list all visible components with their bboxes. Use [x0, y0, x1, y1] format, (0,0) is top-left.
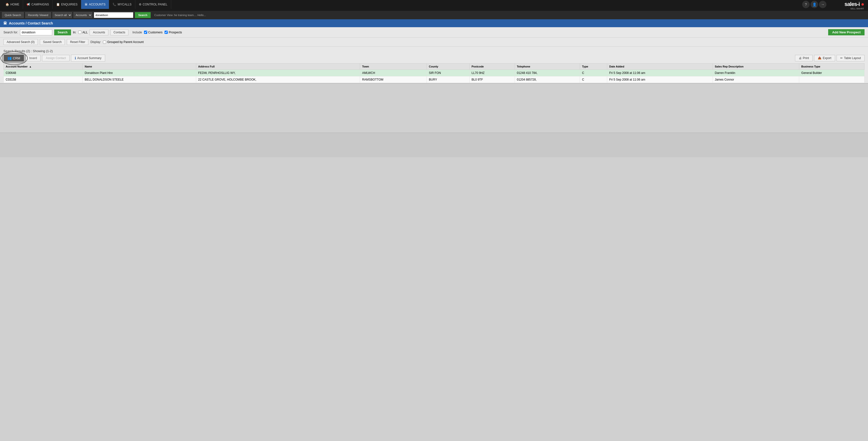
search-for-input[interactable] — [20, 29, 52, 35]
recently-viewed-button[interactable]: Recently Viewed — [25, 12, 51, 18]
right-action-buttons: 🖨 Print 📤 Export ✏ Table Layout — [795, 55, 865, 61]
table-layout-button[interactable]: ✏ Table Layout — [837, 55, 865, 61]
results-area: Search Results (2) : Showing (1-2) 👥 CRM… — [0, 47, 868, 83]
col-sales-rep[interactable]: Sales Rep Description — [713, 64, 799, 70]
col-type[interactable]: Type — [580, 64, 607, 70]
contacts-filter-button[interactable]: Contacts — [111, 29, 128, 35]
nav-mycalls[interactable]: 📞 MYCALLS — [109, 0, 135, 9]
home-icon: 🏠 — [5, 3, 9, 6]
col-account-number[interactable]: Account Number ▲ — [4, 64, 83, 70]
results-table: Account Number ▲ Name Address Full Town … — [3, 63, 865, 83]
accounts-filter-button[interactable]: Accounts — [90, 29, 108, 35]
col-address[interactable]: Address Full — [196, 64, 360, 70]
grouped-checkbox-label[interactable]: Grouped by Parent Account — [103, 40, 144, 44]
table-layout-icon: ✏ — [840, 56, 843, 60]
logo: sales-i ● SELL SMART — [829, 0, 868, 11]
sort-arrow-account-number: ▲ — [29, 65, 32, 68]
nav-accounts[interactable]: 🏛 ACCOUNTS — [81, 0, 109, 9]
info-icon: ℹ — [75, 56, 76, 60]
export-icon: 📤 — [818, 56, 822, 60]
col-county[interactable]: County — [427, 64, 469, 70]
quick-search-input[interactable] — [94, 12, 133, 18]
search-scope-select[interactable]: Search all — [53, 12, 72, 18]
campaigns-icon: 📢 — [27, 3, 30, 6]
prospects-checkbox[interactable] — [164, 31, 168, 34]
print-button[interactable]: 🖨 Print — [795, 55, 813, 61]
crm-icon: 👥 — [7, 56, 12, 60]
prospects-checkbox-label[interactable]: Prospects — [164, 31, 182, 34]
print-icon: 🖨 — [799, 56, 802, 60]
customers-checkbox[interactable] — [144, 31, 147, 34]
crm-button-container: 👥 CRM — [3, 55, 24, 62]
advanced-search-button[interactable]: Advanced Search (0) — [3, 39, 38, 45]
quick-search-submit-button[interactable]: Search — [135, 12, 151, 18]
table-row[interactable]: C00648Donaldson Plant HireFEDW, PENRHOSL… — [4, 70, 865, 76]
bottom-panel-2 — [0, 133, 868, 157]
grouped-checkbox[interactable] — [103, 40, 106, 44]
nav-campaigns[interactable]: 📢 CAMPAIGNS — [23, 0, 53, 9]
nav-home[interactable]: 🏠 HOME — [2, 0, 23, 9]
customers-checkbox-label[interactable]: Customers — [144, 31, 162, 34]
saved-search-button[interactable]: Saved Search — [40, 39, 65, 45]
section-header: 🏛 Accounts / Contact Search — [0, 19, 868, 27]
table-header-row: Account Number ▲ Name Address Full Town … — [4, 64, 865, 70]
user-icon-button[interactable]: 👤 — [811, 1, 818, 8]
account-summary-button[interactable]: ℹ Account Summary — [71, 55, 105, 62]
enquiries-icon: 📋 — [56, 3, 60, 6]
help-icon-button[interactable]: ? — [802, 1, 810, 8]
col-town[interactable]: Town — [360, 64, 427, 70]
table-row[interactable]: C03158BELL DONALDSON STEELE22 CASTLE GRO… — [4, 76, 865, 83]
crm-button[interactable]: 👥 CRM — [3, 55, 24, 62]
nav-enquiries[interactable]: 📋 ENQUIRIES — [53, 0, 81, 9]
export-button[interactable]: 📤 Export — [814, 55, 835, 61]
customer-view-text: Customer View :he training team.... Hell… — [154, 13, 206, 16]
accounts-icon: 🏛 — [85, 3, 88, 6]
action-buttons-row: 👥 CRM board Assign Contact ℹ Account Sum… — [3, 55, 865, 62]
col-business-type[interactable]: Business Type — [799, 64, 865, 70]
results-summary: Search Results (2) : Showing (1-2) — [3, 49, 865, 53]
col-name[interactable]: Name — [83, 64, 196, 70]
col-date-added[interactable]: Date Added — [607, 64, 713, 70]
reset-filter-button[interactable]: Reset Filter — [67, 39, 88, 45]
search-controls: Search for: Search In: ALL Accounts Cont… — [0, 27, 868, 38]
search-button[interactable]: Search — [54, 29, 71, 35]
quick-search-bar: Quick Search Recently Viewed Search all … — [0, 11, 868, 19]
col-postcode[interactable]: Postcode — [469, 64, 515, 70]
control-panel-icon: ⚙ — [139, 3, 142, 6]
nav-control-panel[interactable]: ⚙ CONTROL PANEL — [135, 0, 171, 9]
col-telephone[interactable]: Telephone — [515, 64, 580, 70]
search-type-select[interactable]: Accounts — [73, 12, 92, 18]
all-checkbox-label[interactable]: ALL — [78, 31, 88, 34]
assign-contact-button[interactable]: Assign Contact — [42, 55, 69, 61]
bottom-panel-1 — [0, 83, 868, 133]
quick-search-button[interactable]: Quick Search — [2, 12, 24, 18]
all-checkbox[interactable] — [78, 31, 82, 34]
mycalls-icon: 📞 — [113, 3, 116, 6]
filter-row: Advanced Search (0) Saved Search Reset F… — [0, 38, 868, 47]
add-new-prospect-button[interactable]: Add New Prospect — [828, 29, 865, 35]
forward-icon-button[interactable]: → — [819, 1, 827, 8]
section-icon: 🏛 — [3, 21, 7, 25]
board-button[interactable]: board — [26, 55, 41, 61]
